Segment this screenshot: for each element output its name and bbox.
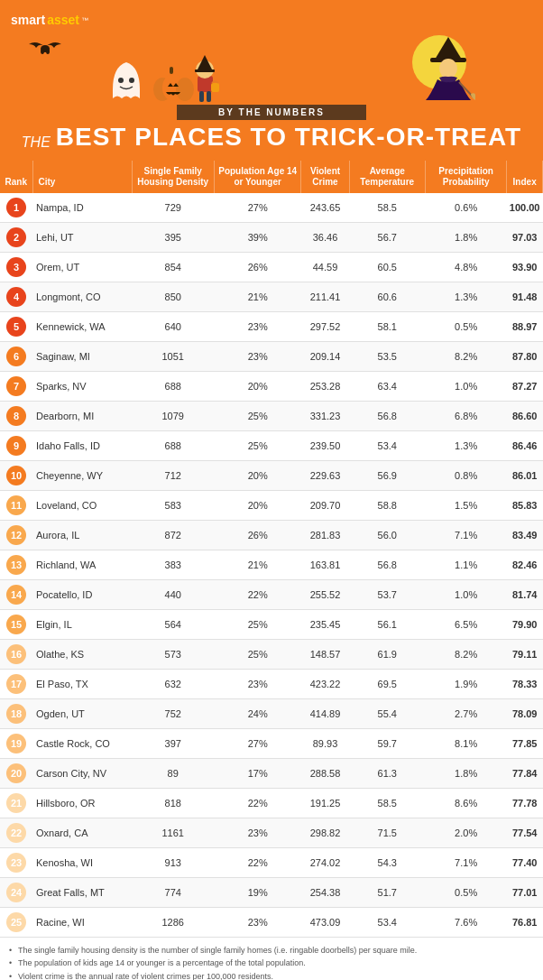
cell-population: 27% [214, 728, 301, 758]
cell-index: 86.46 [507, 430, 543, 460]
cell-precip: 0.6% [425, 193, 506, 223]
cell-population: 17% [214, 758, 301, 788]
cell-housing: 1051 [132, 341, 214, 371]
cell-rank: 1 [0, 193, 32, 223]
cell-rank: 23 [0, 847, 32, 877]
cell-rank: 9 [0, 430, 32, 460]
pumpkin-icon [153, 67, 194, 103]
rank-badge: 6 [6, 347, 26, 366]
cell-housing: 632 [132, 669, 214, 698]
cell-population: 20% [214, 460, 301, 490]
brand-logo: smartasset™ [11, 13, 88, 27]
cell-city: El Paso, TX [32, 669, 132, 698]
cell-crime: 288.58 [301, 758, 349, 788]
cell-city: Sparks, NV [32, 371, 132, 401]
cell-rank: 21 [0, 788, 32, 818]
cell-index: 86.01 [507, 460, 543, 490]
cell-rank: 15 [0, 609, 32, 639]
footnotes-section: The single family housing density is the… [0, 938, 543, 980]
cell-population: 25% [214, 639, 301, 669]
cell-rank: 10 [0, 460, 32, 490]
rank-badge: 21 [6, 793, 26, 813]
cell-population: 27% [214, 193, 301, 223]
cell-population: 25% [214, 609, 301, 639]
cell-population: 20% [214, 490, 301, 520]
cell-population: 23% [214, 311, 301, 341]
table-row: 23 Kenosha, WI 913 22% 274.02 54.3 7.1% … [0, 847, 543, 877]
table-row: 4 Longmont, CO 850 21% 211.41 60.6 1.3% … [0, 282, 543, 311]
cell-population: 26% [214, 520, 301, 550]
cell-temp: 71.5 [349, 818, 425, 847]
table-row: 7 Sparks, NV 688 20% 253.28 63.4 1.0% 87… [0, 371, 543, 401]
cell-housing: 440 [132, 579, 214, 609]
col-rank: Rank [0, 161, 32, 193]
cell-index: 79.90 [507, 609, 543, 639]
rank-badge: 4 [6, 287, 26, 307]
table-row: 14 Pocatello, ID 440 22% 255.52 53.7 1.0… [0, 579, 543, 609]
rank-badge: 7 [6, 376, 26, 396]
cell-housing: 712 [132, 460, 214, 490]
cell-index: 82.46 [507, 550, 543, 579]
col-population: Population Age 14 or Younger [214, 161, 301, 193]
cell-precip: 0.8% [425, 460, 506, 490]
cell-rank: 14 [0, 579, 32, 609]
svg-point-6 [439, 59, 457, 79]
svg-rect-21 [207, 91, 211, 102]
cell-crime: 148.57 [301, 639, 349, 669]
cell-temp: 53.4 [349, 430, 425, 460]
eyebrow-banner: BY THE NUMBERS [177, 105, 366, 120]
cell-precip: 1.3% [425, 282, 506, 311]
header-illustration [0, 31, 543, 103]
cell-index: 97.03 [507, 222, 543, 252]
rank-badge: 17 [6, 674, 26, 694]
table-body: 1 Nampa, ID 729 27% 243.65 58.5 0.6% 100… [0, 193, 543, 938]
cell-city: Nampa, ID [32, 193, 132, 223]
cell-population: 22% [214, 579, 301, 609]
cell-index: 87.27 [507, 371, 543, 401]
cell-crime: 254.38 [301, 877, 349, 907]
cell-temp: 53.4 [349, 907, 425, 937]
table-row: 12 Aurora, IL 872 26% 281.83 56.0 7.1% 8… [0, 520, 543, 550]
cell-crime: 36.46 [301, 222, 349, 252]
cell-precip: 8.2% [425, 341, 506, 371]
cell-housing: 640 [132, 311, 214, 341]
cell-precip: 7.6% [425, 907, 506, 937]
rank-badge: 24 [6, 883, 26, 902]
svg-rect-10 [170, 67, 173, 74]
cell-crime: 211.41 [301, 282, 349, 311]
cell-crime: 163.81 [301, 550, 349, 579]
cell-crime: 253.28 [301, 371, 349, 401]
cell-rank: 4 [0, 282, 32, 311]
svg-rect-22 [211, 83, 219, 92]
bat-icon [27, 35, 63, 58]
cell-city: Kenosha, WI [32, 847, 132, 877]
table-row: 15 Elgin, IL 564 25% 235.45 56.1 6.5% 79… [0, 609, 543, 639]
footnote-item: The single family housing density is the… [9, 945, 534, 957]
cell-city: Saginaw, MI [32, 341, 132, 371]
cell-index: 77.85 [507, 728, 543, 758]
cell-housing: 854 [132, 252, 214, 282]
rank-badge: 20 [6, 763, 26, 783]
cell-temp: 51.7 [349, 877, 425, 907]
rank-badge: 10 [6, 466, 26, 485]
col-precip: Precipitation Probability [425, 161, 506, 193]
cell-temp: 58.5 [349, 193, 425, 223]
cell-temp: 54.3 [349, 847, 425, 877]
table-row: 9 Idaho Falls, ID 688 25% 239.50 53.4 1.… [0, 430, 543, 460]
cell-rank: 22 [0, 818, 32, 847]
cell-index: 81.74 [507, 579, 543, 609]
cell-precip: 8.2% [425, 639, 506, 669]
table-row: 8 Dearborn, MI 1079 25% 331.23 56.8 6.8%… [0, 401, 543, 430]
title-the: THE [22, 134, 51, 150]
cell-city: Idaho Falls, ID [32, 430, 132, 460]
cell-rank: 19 [0, 728, 32, 758]
cell-index: 100.00 [507, 193, 543, 223]
table-row: 13 Richland, WA 383 21% 163.81 56.8 1.1%… [0, 550, 543, 579]
cell-city: Oxnard, CA [32, 818, 132, 847]
cell-crime: 298.82 [301, 818, 349, 847]
cell-crime: 44.59 [301, 252, 349, 282]
cell-temp: 56.1 [349, 609, 425, 639]
rank-badge: 19 [6, 734, 26, 753]
rank-badge: 8 [6, 406, 26, 426]
cell-temp: 58.8 [349, 490, 425, 520]
